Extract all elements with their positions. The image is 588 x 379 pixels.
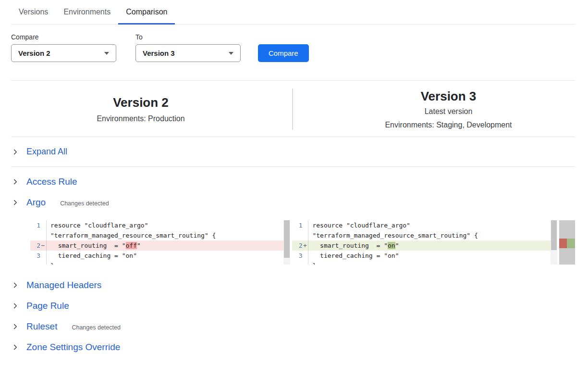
section-label: Managed Headers xyxy=(26,280,101,291)
compare-from-dropdown[interactable]: Version 2 xyxy=(11,44,116,62)
divider xyxy=(11,166,575,167)
diff-line: 3 tiered_caching = "on" xyxy=(30,251,290,261)
tab-bar: Versions Environments Comparison xyxy=(11,0,575,25)
expand-all-label: Expand All xyxy=(26,147,67,157)
tab-versions[interactable]: Versions xyxy=(11,0,56,24)
chevron-right-icon xyxy=(12,303,19,309)
chevron-right-icon xyxy=(12,344,19,351)
compare-label: Compare xyxy=(11,33,116,41)
section-zone-settings-override[interactable]: Zone Settings Override xyxy=(11,337,575,357)
diff-line: } xyxy=(292,261,557,265)
chevron-right-icon xyxy=(12,323,19,330)
diff-line: 3 tiered_caching = "on" xyxy=(292,251,557,261)
compare-controls: Compare Version 2 To Version 3 Compare xyxy=(11,33,575,62)
diff-line: "terraform_managed_resource_smart_routin… xyxy=(30,230,290,240)
chevron-right-icon xyxy=(12,282,19,289)
section-managed-headers[interactable]: Managed Headers xyxy=(11,275,575,295)
compare-from-value: Version 2 xyxy=(18,49,50,57)
scrollbar[interactable] xyxy=(283,220,290,265)
diff-line-added: 2+ smart_routing = "on" xyxy=(292,240,557,251)
diff-line: 1 resource "cloudflare_argo" xyxy=(292,220,557,230)
compare-to-value: Version 3 xyxy=(143,49,175,57)
diff-panel-right[interactable]: 1 resource "cloudflare_argo" "terraform_… xyxy=(292,220,557,265)
section-ruleset[interactable]: Ruleset Changes detected xyxy=(11,316,575,337)
comparison-page: Versions Environments Comparison Compare… xyxy=(0,0,588,357)
chevron-right-icon xyxy=(12,199,19,206)
compare-button[interactable]: Compare xyxy=(258,44,309,62)
diff-overview-minimap xyxy=(559,220,575,265)
chevron-down-icon xyxy=(229,52,233,55)
chevron-down-icon xyxy=(104,52,109,55)
scrollbar[interactable] xyxy=(551,220,557,265)
added-value: on xyxy=(388,242,395,249)
version-right-header: Version 3 Latest version Environments: S… xyxy=(293,88,575,130)
argo-diff-viewer: 1 resource "cloudflare_argo" "terraform_… xyxy=(30,220,575,265)
tab-environments[interactable]: Environments xyxy=(56,0,118,24)
section-label: Zone Settings Override xyxy=(26,342,120,353)
version-right-latest-badge: Latest version xyxy=(322,106,575,116)
diff-line: "terraform_managed_resource_smart_routin… xyxy=(292,230,557,240)
resource-sections: Access Rule Argo Changes detected 1 reso… xyxy=(11,172,575,357)
diff-line: 1 resource "cloudflare_argo" xyxy=(30,220,290,230)
tab-comparison[interactable]: Comparison xyxy=(118,0,175,24)
to-label: To xyxy=(135,33,241,41)
section-label: Access Rule xyxy=(26,177,77,187)
compare-to-dropdown[interactable]: Version 3 xyxy=(135,44,241,62)
section-label: Ruleset xyxy=(26,321,57,332)
chevron-right-icon xyxy=(12,149,19,155)
section-label: Page Rule xyxy=(26,301,69,311)
diff-line: } xyxy=(30,261,290,265)
section-argo[interactable]: Argo Changes detected xyxy=(11,192,575,213)
version-right-title: Version 3 xyxy=(322,88,575,104)
version-left-title: Version 2 xyxy=(11,95,270,110)
version-headers: Version 2 Environments: Production Versi… xyxy=(11,81,575,137)
diff-change-marker xyxy=(559,239,575,248)
chevron-right-icon xyxy=(12,178,19,185)
version-left-environments: Environments: Production xyxy=(11,114,270,124)
section-label: Argo xyxy=(26,197,46,208)
removed-value: off xyxy=(126,242,137,249)
version-left-header: Version 2 Environments: Production xyxy=(11,88,292,130)
changes-detected-badge: Changes detected xyxy=(72,324,120,331)
version-right-environments: Environments: Staging, Development xyxy=(322,120,575,130)
diff-line-removed: 2− smart_routing = "off" xyxy=(30,240,290,251)
section-access-rule[interactable]: Access Rule xyxy=(11,172,575,192)
diff-panel-left[interactable]: 1 resource "cloudflare_argo" "terraform_… xyxy=(30,220,290,265)
expand-all-button[interactable]: Expand All xyxy=(11,137,575,166)
changes-detected-badge: Changes detected xyxy=(60,200,109,207)
section-page-rule[interactable]: Page Rule xyxy=(11,296,575,316)
